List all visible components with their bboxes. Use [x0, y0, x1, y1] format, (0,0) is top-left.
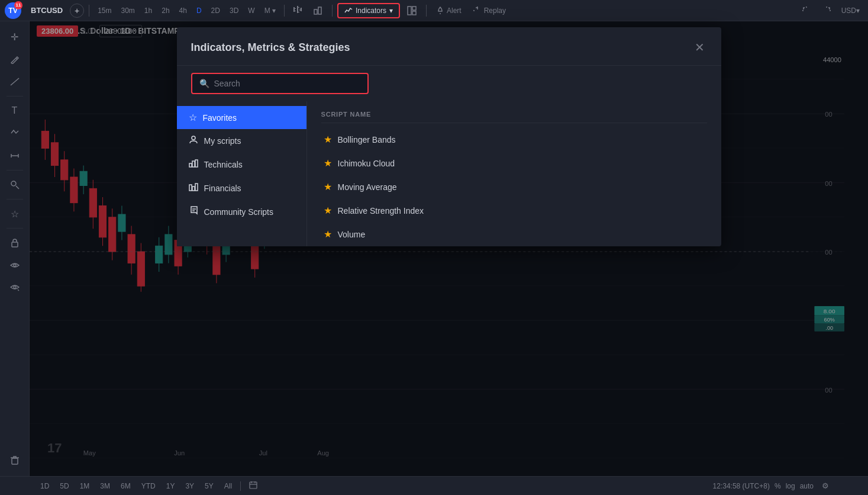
- svg-rect-5: [297, 12, 299, 12]
- add-symbol-button[interactable]: +: [70, 4, 84, 18]
- svg-rect-11: [408, 7, 411, 15]
- svg-point-111: [192, 136, 195, 140]
- script-item-moving-average[interactable]: ★ Moving Average: [321, 175, 707, 199]
- modal-header: Indicators, Metrics & Strategies ✕: [177, 27, 721, 66]
- btm-tf-ytd[interactable]: YTD: [137, 480, 160, 493]
- tf-15m[interactable]: 15m: [94, 4, 115, 17]
- btm-tf-3y[interactable]: 3Y: [180, 480, 199, 493]
- ticker-button[interactable]: BTCUSD: [26, 4, 67, 17]
- svg-rect-115: [189, 185, 192, 191]
- svg-line-15: [16, 58, 17, 59]
- sidebar-lock[interactable]: [4, 232, 25, 253]
- nav-item-community-scripts[interactable]: Community Scripts: [177, 200, 306, 224]
- percent-sign[interactable]: %: [775, 482, 781, 490]
- toolbar-separator-4: [426, 5, 427, 17]
- script-name-bollinger: Bollinger Bands: [338, 135, 396, 144]
- nav-item-technicals[interactable]: Technicals: [177, 153, 306, 176]
- compare-button[interactable]: [308, 4, 327, 18]
- toolbar-separator-3: [332, 5, 333, 17]
- sidebar-text[interactable]: T: [4, 100, 25, 121]
- svg-rect-112: [189, 163, 192, 167]
- btm-tf-1y[interactable]: 1Y: [162, 480, 180, 493]
- tf-4h[interactable]: 4h: [176, 4, 191, 17]
- left-sidebar: ✛ T ☆: [0, 21, 30, 476]
- alert-button[interactable]: Alert: [431, 4, 466, 17]
- tf-3d[interactable]: 3D: [226, 4, 242, 17]
- btm-tf-3m[interactable]: 3M: [95, 480, 115, 493]
- sidebar-trendline[interactable]: [4, 71, 25, 92]
- bottom-bar-separator: [240, 481, 241, 491]
- script-name-rsi: Relative Strength Index: [338, 206, 424, 216]
- script-name-ichimoku: Ichimoku Cloud: [338, 159, 395, 168]
- tf-1h[interactable]: 1h: [141, 4, 156, 17]
- sidebar-eye[interactable]: [4, 255, 25, 276]
- modal-overlay: Indicators, Metrics & Strategies ✕ 🔍 ☆ F…: [30, 21, 868, 476]
- tf-30m[interactable]: 30m: [118, 4, 138, 17]
- search-box: 🔍: [191, 73, 369, 94]
- svg-rect-1: [293, 8, 296, 9]
- sidebar-measure[interactable]: [4, 145, 25, 166]
- modal-content-area: SCRIPT NAME ★ Bollinger Bands ★ Ichimoku…: [307, 101, 721, 246]
- sidebar-trash[interactable]: [4, 450, 25, 471]
- chart-type-button[interactable]: [289, 2, 306, 18]
- tf-d[interactable]: D: [193, 4, 205, 17]
- nav-item-my-scripts[interactable]: My scripts: [177, 129, 306, 153]
- layout-button[interactable]: [402, 4, 421, 18]
- log-button[interactable]: log: [786, 482, 795, 490]
- svg-rect-26: [12, 458, 18, 464]
- search-input[interactable]: [214, 79, 360, 88]
- nav-item-favorites[interactable]: ☆ Favorites: [177, 106, 306, 129]
- nav-item-financials[interactable]: Financials: [177, 176, 306, 200]
- search-icon: 🔍: [199, 79, 209, 88]
- modal-body: ☆ Favorites My scripts: [177, 101, 721, 246]
- script-item-rsi[interactable]: ★ Relative Strength Index: [321, 199, 707, 223]
- star-volume: ★: [324, 229, 332, 240]
- financials-icon: [189, 182, 198, 194]
- tf-2h[interactable]: 2h: [158, 4, 173, 17]
- community-scripts-icon: [189, 206, 198, 218]
- replay-button[interactable]: Replay: [469, 4, 511, 17]
- svg-rect-4: [297, 7, 299, 8]
- modal-title: Indicators, Metrics & Strategies: [191, 41, 350, 54]
- sidebar-separator-2: [7, 170, 23, 171]
- svg-rect-22: [12, 242, 18, 247]
- btm-tf-1d[interactable]: 1D: [36, 480, 54, 493]
- nav-favorites-label: Favorites: [203, 113, 237, 123]
- btm-tf-all[interactable]: All: [220, 480, 237, 493]
- sidebar-eye-pen[interactable]: [4, 277, 25, 298]
- nav-my-scripts-label: My scripts: [204, 136, 241, 146]
- indicators-button[interactable]: Indicators ▾: [337, 3, 400, 18]
- tradingview-logo: TV 11: [5, 2, 21, 19]
- sidebar-star[interactable]: ☆: [4, 203, 25, 224]
- tf-w[interactable]: W: [244, 4, 258, 17]
- calendar-button[interactable]: [244, 478, 262, 493]
- auto-button[interactable]: auto: [800, 482, 814, 490]
- currency-selector[interactable]: USD▾: [838, 4, 863, 17]
- tf-2d[interactable]: 2D: [208, 4, 224, 17]
- sidebar-crosshair[interactable]: ✛: [4, 26, 25, 47]
- tf-m-dropdown[interactable]: M ▾: [261, 4, 279, 17]
- sidebar-zoom[interactable]: [4, 174, 25, 195]
- redo-button[interactable]: [818, 4, 835, 17]
- sidebar-pattern[interactable]: [4, 123, 25, 144]
- undo-button[interactable]: [798, 4, 815, 17]
- btm-tf-5d[interactable]: 5D: [55, 480, 73, 493]
- sidebar-separator-4: [7, 228, 23, 229]
- notification-badge: 11: [14, 1, 22, 9]
- svg-rect-10: [318, 7, 321, 14]
- sidebar-pencil[interactable]: [4, 49, 25, 70]
- btm-tf-6m[interactable]: 6M: [116, 480, 135, 493]
- script-item-ichimoku[interactable]: ★ Ichimoku Cloud: [321, 152, 707, 175]
- toolbar-separator-1: [89, 5, 89, 17]
- script-item-bollinger[interactable]: ★ Bollinger Bands: [321, 128, 707, 152]
- modal-nav: ☆ Favorites My scripts: [177, 101, 307, 246]
- svg-line-16: [11, 78, 19, 85]
- modal-close-button[interactable]: ✕: [692, 39, 707, 56]
- script-name-volume: Volume: [338, 230, 366, 239]
- chart-settings-button[interactable]: ⚙: [818, 479, 832, 493]
- script-item-volume[interactable]: ★ Volume: [321, 223, 707, 246]
- btm-tf-5y[interactable]: 5Y: [200, 480, 218, 493]
- svg-line-25: [18, 290, 19, 291]
- btm-tf-1m[interactable]: 1M: [75, 480, 95, 493]
- svg-line-21: [16, 186, 19, 189]
